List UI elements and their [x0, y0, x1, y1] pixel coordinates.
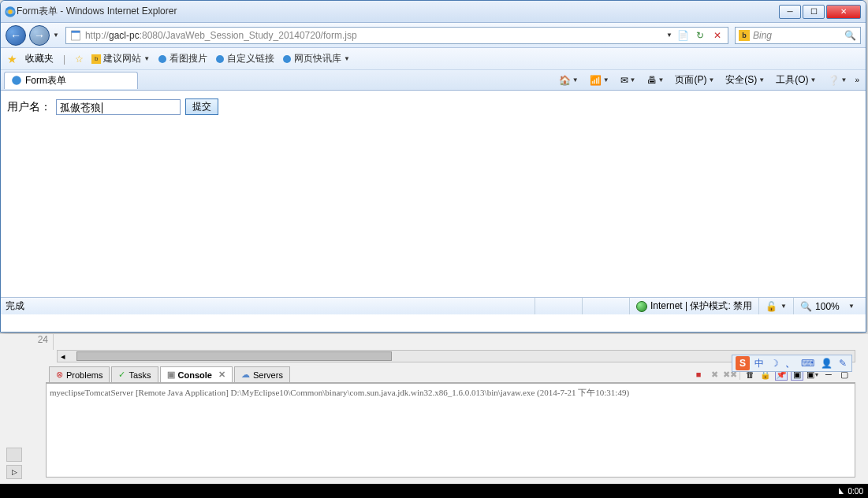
stop-button[interactable]: ✕ [710, 28, 725, 43]
window-titlebar: Form表单 - Windows Internet Explorer ─ ☐ ✕ [1, 1, 866, 23]
nav-history-dropdown[interactable]: ▼ [53, 32, 59, 39]
bing-icon: b [739, 30, 750, 41]
username-label: 用户名： [7, 100, 51, 114]
window-controls: ─ ☐ ✕ [779, 5, 861, 19]
page-menu[interactable]: 页面(P) ▼ [672, 72, 717, 88]
search-placeholder: Bing [753, 30, 840, 41]
tab-title: Form表单 [25, 74, 66, 87]
ie-logo-icon [4, 6, 17, 18]
tab-console[interactable]: ▣Console✕ [160, 366, 233, 382]
ie-browser-window: Form表单 - Windows Internet Explorer ─ ☐ ✕… [0, 0, 866, 333]
scrollbar-thumb[interactable] [76, 351, 392, 361]
favorites-bar: ★ 收藏夹 | ☆ b建议网站 ▼ 看图搜片 自定义链接 网页快讯库 ▼ [1, 48, 866, 70]
print-button[interactable]: 🖶 ▼ [644, 73, 668, 87]
forward-button[interactable]: → [29, 25, 50, 46]
security-zone: Internet | 保护模式: 禁用 [629, 298, 758, 314]
collapse-icon[interactable]: ▷ [6, 465, 22, 479]
svg-point-7 [12, 76, 21, 85]
tab-servers[interactable]: ☁Servers [234, 366, 290, 382]
globe-icon [636, 301, 647, 312]
tools-menu[interactable]: 工具(O) ▼ [773, 72, 819, 88]
fav-item-slices[interactable]: 网页快讯库 ▼ [282, 52, 350, 65]
ime-punct[interactable]: 、 [784, 357, 796, 370]
favorites-label[interactable]: 收藏夹 [25, 52, 54, 65]
fav-item-suggested[interactable]: b建议网站 ▼ [91, 52, 150, 65]
back-button[interactable]: ← [6, 25, 26, 46]
chevron-icon[interactable]: » [855, 76, 859, 84]
ime-settings-icon[interactable]: ✎ [837, 358, 848, 369]
help-button[interactable]: ❔▼ [825, 73, 851, 87]
view-icon[interactable] [6, 448, 22, 462]
tab-bar: Form表单 🏠 ▼ 📶 ▼ ✉ ▼ 🖶 ▼ 页面(P) ▼ 安全(S) ▼ 工… [1, 70, 866, 91]
add-favorite-icon[interactable]: ☆ [75, 54, 84, 65]
tab-problems[interactable]: ⊗Problems [49, 366, 110, 382]
tab-tasks[interactable]: ✓Tasks [111, 366, 158, 382]
remove-launch-icon[interactable]: ✖ [708, 368, 721, 381]
url-text: http://gacl-pc:8080/JavaWeb_Session_Stud… [85, 30, 663, 41]
ime-softkbd-icon[interactable]: ⌨ [799, 358, 816, 369]
ime-moon-icon[interactable]: ☽ [769, 358, 780, 369]
play-icon [839, 488, 844, 494]
read-mail-button[interactable]: ✉ ▼ [617, 73, 639, 87]
ime-mode[interactable]: 中 [753, 357, 766, 370]
page-icon [69, 29, 82, 42]
line-number: 24 [22, 334, 54, 350]
search-button[interactable]: 🔍 [843, 28, 857, 43]
protected-mode-toggle[interactable]: 🔓 ▼ [758, 298, 793, 314]
svg-point-1 [8, 9, 12, 13]
page-content: 用户名： 孤傲苍狼 提交 [1, 91, 866, 297]
close-tab-icon[interactable]: ✕ [218, 370, 225, 380]
url-dropdown-icon[interactable]: ▼ [666, 32, 672, 39]
ie-small-icon [158, 54, 167, 64]
favorites-star-icon[interactable]: ★ [7, 53, 17, 65]
svg-point-4 [158, 55, 166, 63]
ime-person-icon[interactable]: 👤 [819, 358, 834, 369]
windows-taskbar: 0:00 [0, 484, 868, 498]
navigation-bar: ← → ▼ http://gacl-pc:8080/JavaWeb_Sessio… [1, 23, 866, 48]
taskbar-clock[interactable]: 0:00 [839, 487, 863, 496]
ie-favicon-icon [11, 75, 22, 86]
search-box[interactable]: b Bing 🔍 [735, 27, 861, 44]
command-bar: 🏠 ▼ 📶 ▼ ✉ ▼ 🖶 ▼ 页面(P) ▼ 安全(S) ▼ 工具(O) ▼ … [556, 72, 862, 88]
feeds-button[interactable]: 📶 ▼ [587, 73, 613, 87]
safety-menu[interactable]: 安全(S) ▼ [722, 72, 768, 88]
console-process-header: myeclipseTomcatServer [Remote Java Appli… [50, 385, 851, 400]
status-bar: 完成 Internet | 保护模式: 禁用 🔓 ▼ 🔍 100% ▼ [1, 297, 866, 314]
ie-small-icon [215, 54, 225, 64]
terminate-icon[interactable]: ■ [692, 368, 705, 381]
fav-item-custom[interactable]: 自定义链接 [215, 52, 274, 65]
svg-point-6 [283, 55, 291, 63]
svg-rect-3 [72, 31, 80, 33]
browser-tab[interactable]: Form表单 [4, 72, 138, 89]
ime-language-bar[interactable]: S 中 ☽ 、 ⌨ 👤 ✎ [732, 355, 852, 372]
home-button[interactable]: 🏠 ▼ [556, 73, 582, 87]
refresh-button[interactable]: ↻ [693, 28, 707, 43]
window-title: Form表单 - Windows Internet Explorer [17, 5, 177, 18]
username-form-row: 用户名： 孤傲苍狼 提交 [7, 98, 859, 115]
submit-button[interactable]: 提交 [185, 98, 218, 115]
fav-item-image[interactable]: 看图搜片 [158, 52, 207, 65]
minimize-button[interactable]: ─ [779, 5, 801, 19]
text-caret [102, 102, 102, 113]
username-input[interactable]: 孤傲苍狼 [56, 99, 181, 115]
eclipse-left-gutter: ▷ [0, 334, 44, 484]
svg-point-5 [216, 55, 224, 63]
console-view[interactable]: myeclipseTomcatServer [Remote Java Appli… [46, 383, 855, 478]
compat-view-icon[interactable]: 📄 [676, 28, 690, 43]
status-text: 完成 [6, 299, 24, 313]
address-bar[interactable]: http://gacl-pc:8080/JavaWeb_Session_Stud… [65, 27, 728, 44]
close-button[interactable]: ✕ [826, 5, 861, 19]
sogou-icon[interactable]: S [736, 356, 750, 370]
maximize-button[interactable]: ☐ [803, 5, 825, 19]
zoom-control[interactable]: 🔍 100% ▼ [793, 298, 861, 314]
ie-small-icon [282, 54, 292, 64]
